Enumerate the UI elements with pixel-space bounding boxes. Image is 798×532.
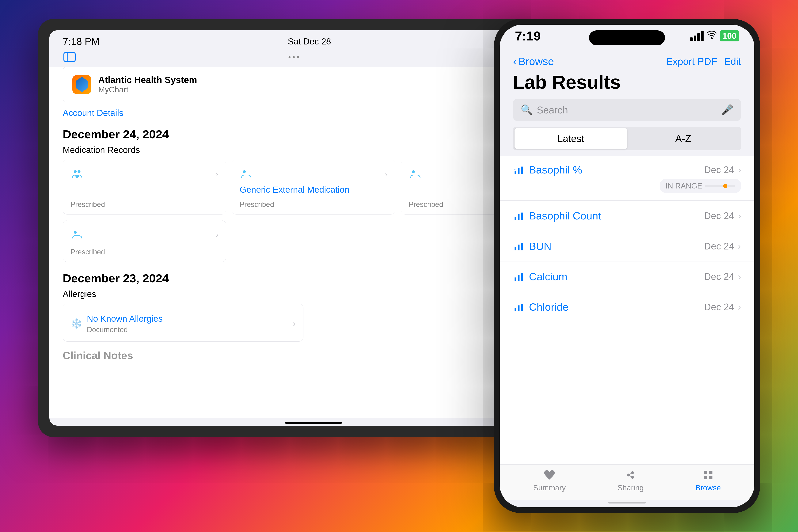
lab-item-basophil-count[interactable]: Basophil Count Dec 24 ›: [500, 201, 754, 231]
iphone-tab-bar: Summary Sharing: [500, 464, 754, 500]
svg-rect-14: [514, 247, 516, 250]
ipad-home-indicator: [285, 422, 342, 424]
generic-external-med-link[interactable]: Generic External Medication: [240, 185, 349, 194]
lab-results-list: Basophil % Dec 24 › IN RANGE: [500, 156, 754, 464]
med-card-4[interactable]: › Prescribed: [63, 220, 226, 262]
heart-path: [544, 470, 555, 479]
tab-bar-browse[interactable]: Browse: [696, 468, 721, 492]
lab-item-bun[interactable]: BUN Dec 24 ›: [500, 231, 754, 262]
lab-date-basophil-count: Dec 24: [704, 210, 734, 221]
med-card-1-chevron: ›: [216, 170, 218, 178]
svg-line-26: [630, 473, 631, 474]
lab-name-basophil-percent: Basophil %: [529, 164, 582, 176]
svg-rect-17: [514, 278, 516, 281]
account-info: Atlantic Health System MyChart: [98, 75, 197, 94]
med-card-1-label: Prescribed: [71, 201, 218, 209]
mic-icon[interactable]: 🎤: [721, 104, 734, 116]
lab-name-basophil-count: Basophil Count: [529, 210, 601, 222]
allergy-card-left: ❄️ No Known Allergies Documented: [71, 314, 163, 334]
tab-bar-sharing[interactable]: Sharing: [618, 468, 644, 492]
med-card-1[interactable]: › Prescribed: [63, 159, 226, 214]
wifi-icon-iphone: [707, 30, 717, 42]
allergy-card-chevron: ›: [292, 318, 296, 329]
lab-item-right-chloride: Dec 24 ›: [704, 302, 741, 312]
lab-chevron-calcium: ›: [738, 271, 741, 282]
lab-item-right-basophil: Dec 24 ›: [704, 164, 741, 175]
tab-az[interactable]: A-Z: [627, 128, 740, 149]
lab-bar-icon-chloride: [513, 301, 525, 313]
lab-bar-icon-bun: [513, 241, 525, 252]
iphone-time: 7:19: [515, 28, 541, 43]
med-card-2-label: Prescribed: [240, 201, 387, 209]
account-logo: [72, 75, 91, 94]
iphone-device: 7:19: [494, 19, 760, 513]
atlantic-health-logo: [76, 77, 88, 92]
allergy-card-content: No Known Allergies Documented: [87, 314, 163, 334]
lab-item-calcium[interactable]: Calcium Dec 24 ›: [500, 262, 754, 292]
med-icon-3: [409, 167, 422, 181]
svg-rect-29: [709, 471, 712, 474]
svg-rect-7: [514, 171, 516, 174]
lab-date-chloride: Dec 24: [704, 302, 734, 312]
med-icon-4: [71, 228, 84, 241]
allergy-snowflake-icon: ❄️: [71, 318, 82, 329]
lab-bar-icon-basophil: [513, 164, 525, 175]
svg-rect-18: [518, 275, 520, 281]
section-type-medication: Medication Records: [63, 145, 564, 155]
svg-rect-0: [64, 53, 75, 61]
lab-item-chloride[interactable]: Chloride Dec 24 ›: [500, 292, 754, 322]
lab-item-right-bun: Dec 24 ›: [704, 241, 741, 252]
signal-icon: [690, 31, 704, 41]
lab-chevron-basophil-count: ›: [738, 210, 741, 221]
lab-chevron-chloride: ›: [738, 302, 741, 312]
sharing-tab-icon-wrap: [623, 468, 638, 482]
ipad-date: Sat Dec 28: [288, 36, 331, 46]
iphone-nav-bar: ‹ Browse Export PDF Edit: [500, 51, 754, 69]
account-details-link[interactable]: Account Details: [63, 108, 564, 118]
svg-rect-20: [514, 308, 516, 311]
svg-rect-30: [704, 476, 707, 479]
med-icon-1: [71, 167, 84, 181]
lab-item-left-bun: BUN: [513, 240, 551, 252]
lab-item-left-basophil-count: Basophil Count: [513, 210, 601, 222]
lab-date-basophil-percent: Dec 24: [704, 164, 734, 175]
svg-rect-11: [514, 216, 516, 220]
med-card-2[interactable]: › Generic External Medication Prescribed: [232, 159, 395, 214]
account-subtitle: MyChart: [98, 85, 197, 94]
med-card-2-chevron: ›: [385, 170, 387, 178]
svg-point-2: [74, 170, 77, 173]
battery-indicator: 100: [720, 31, 739, 41]
lab-item-basophil-percent[interactable]: Basophil % Dec 24 › IN RANGE: [500, 156, 754, 201]
search-bar[interactable]: 🔍 Search 🎤: [513, 99, 741, 121]
svg-point-3: [78, 170, 80, 173]
lab-item-left-basophil: Basophil %: [513, 164, 582, 176]
back-button[interactable]: ‹ Browse: [513, 55, 554, 68]
allergy-card[interactable]: ❄️ No Known Allergies Documented ›: [63, 304, 303, 342]
browse-tab-icon-wrap: [701, 468, 716, 482]
sidebar-toggle-button[interactable]: [63, 51, 76, 63]
summary-tab-icon-wrap: [542, 468, 557, 482]
summary-tab-label: Summary: [533, 483, 566, 492]
svg-point-4: [243, 170, 246, 173]
svg-rect-19: [521, 273, 523, 281]
back-label: Browse: [518, 55, 554, 68]
search-input[interactable]: Search: [537, 104, 717, 116]
search-icon: 🔍: [520, 104, 533, 116]
iphone-nav-actions: Export PDF Edit: [666, 56, 741, 67]
sharing-tab-label: Sharing: [618, 483, 644, 492]
dynamic-island: [589, 31, 665, 45]
lab-date-calcium: Dec 24: [704, 271, 734, 282]
tab-bar-summary[interactable]: Summary: [533, 468, 566, 492]
iphone-edit-button[interactable]: Edit: [724, 56, 741, 67]
account-header: Atlantic Health System MyChart: [63, 67, 564, 102]
lab-name-calcium: Calcium: [529, 270, 567, 283]
lab-date-bun: Dec 24: [704, 241, 734, 252]
scene: 7:18 PM Sat Dec 28 🔋 82%: [38, 19, 760, 513]
svg-rect-13: [521, 212, 523, 220]
allergy-title: No Known Allergies: [87, 314, 163, 324]
svg-rect-8: [518, 168, 520, 174]
svg-rect-28: [704, 471, 707, 474]
iphone-export-pdf-button[interactable]: Export PDF: [666, 56, 717, 67]
tab-latest[interactable]: Latest: [514, 128, 627, 149]
lab-item-right-calcium: Dec 24 ›: [704, 271, 741, 282]
